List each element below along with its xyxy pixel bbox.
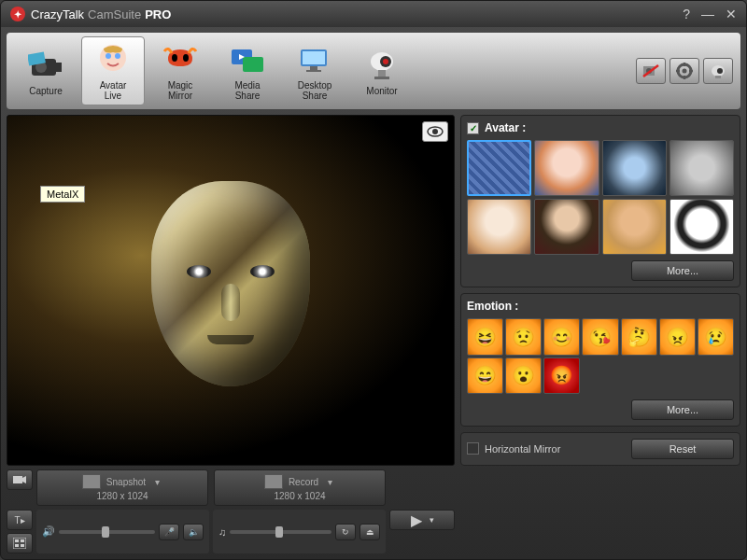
record-label: Record	[289, 477, 318, 487]
chevron-down-icon: ▾	[430, 515, 434, 525]
settings-button[interactable]	[669, 58, 699, 84]
emotion-option-5[interactable]: 😠	[659, 318, 696, 355]
eject-button[interactable]: ⏏	[359, 524, 380, 540]
svg-rect-19	[378, 70, 386, 77]
titlebar: ✦ CrazyTalk CamSuite PRO ? — ✕	[1, 1, 746, 27]
speaker-icon: 🔊	[42, 525, 55, 538]
svg-point-31	[717, 68, 723, 74]
toolbar-label: Monitor	[366, 86, 397, 96]
svg-point-18	[383, 59, 388, 64]
emotion-more-button[interactable]: More...	[631, 399, 734, 420]
snapshot-thumb-icon	[82, 474, 101, 489]
emotion-panel: Emotion : 😆😟😊😘🤔😠😢😄😮😡 More...	[460, 293, 740, 426]
music-slider-group: ♫ ↻ ⏏	[213, 510, 386, 553]
emotion-option-4[interactable]: 🤔	[621, 318, 657, 355]
mirror-panel: Horizontal Mirror Reset	[460, 432, 740, 466]
svg-rect-32	[715, 76, 721, 78]
toolbar-media-share[interactable]: Media Share	[216, 36, 279, 105]
emotion-option-6[interactable]: 😢	[698, 318, 734, 355]
avatar-option-4[interactable]	[467, 199, 531, 255]
emotion-option-0[interactable]: 😆	[467, 318, 503, 355]
svg-point-5	[106, 53, 111, 59]
svg-rect-14	[310, 66, 317, 70]
svg-point-34	[432, 129, 438, 134]
emotion-option-8[interactable]: 😮	[505, 357, 542, 394]
record-thumb-icon	[264, 474, 283, 489]
app-window: ✦ CrazyTalk CamSuite PRO ? — ✕ Capture A…	[0, 0, 747, 560]
loop-button[interactable]: ↻	[335, 524, 356, 540]
svg-marker-36	[22, 476, 26, 483]
close-button[interactable]: ✕	[726, 7, 737, 21]
snapshot-label: Snapshot	[106, 477, 146, 487]
camera-icon	[27, 47, 64, 84]
eye-toggle-button[interactable]	[422, 121, 448, 142]
camera-side-button[interactable]	[7, 469, 33, 490]
play-control[interactable]: ▶ ▾	[389, 510, 455, 530]
main-toolbar: Capture Avatar Live Magic Mirror Media S…	[7, 33, 740, 109]
webcam-button[interactable]	[703, 58, 733, 84]
gallery-side-button[interactable]	[7, 533, 33, 553]
avatar-icon	[94, 41, 132, 78]
toolbar-avatar-live[interactable]: Avatar Live	[81, 36, 145, 105]
main-content: MetalX Snapshot ▾ 1280 x 1024	[1, 109, 746, 559]
avatar-checkbox[interactable]: ✓	[467, 122, 479, 134]
minimize-button[interactable]: —	[701, 7, 714, 21]
avatar-grid	[467, 140, 734, 255]
play-icon: ▶	[411, 511, 422, 529]
mirror-checkbox[interactable]	[467, 442, 479, 455]
music-icon: ♫	[218, 526, 226, 538]
svg-rect-37	[13, 538, 26, 549]
avatar-option-7[interactable]	[669, 199, 734, 255]
toolbar-label: Media Share	[234, 80, 260, 101]
record-box[interactable]: Record ▾ 1280 x 1024	[214, 469, 386, 506]
avatar-tooltip: MetalX	[40, 186, 85, 203]
toolbar-label: Avatar Live	[100, 80, 127, 101]
snapshot-resolution: 1280 x 1024	[96, 491, 148, 501]
emotion-option-9[interactable]: 😡	[543, 357, 580, 394]
svg-rect-20	[374, 77, 389, 79]
svg-rect-39	[21, 539, 24, 542]
emotion-option-2[interactable]: 😊	[543, 318, 580, 355]
svg-rect-38	[15, 539, 19, 542]
monitor-icon	[363, 47, 401, 84]
svg-rect-13	[303, 51, 325, 64]
chevron-down-icon[interactable]: ▾	[151, 476, 162, 487]
avatar-option-2[interactable]	[602, 140, 667, 196]
avatar-option-0[interactable]	[467, 140, 531, 196]
mirror-label: Horizontal Mirror	[485, 443, 560, 455]
emotion-option-7[interactable]: 😄	[467, 357, 503, 394]
toolbar-capture[interactable]: Capture	[14, 36, 78, 105]
toolbar-label: Capture	[29, 86, 63, 96]
avatar-face	[137, 181, 324, 424]
eye-icon	[427, 126, 444, 137]
avatar-option-6[interactable]	[602, 199, 667, 255]
speaker-button[interactable]: 🔈	[183, 524, 204, 540]
reset-button[interactable]: Reset	[631, 439, 734, 459]
toolbar-label: Magic Mirror	[168, 80, 193, 101]
no-camera-button[interactable]	[636, 58, 666, 84]
svg-rect-15	[306, 70, 321, 72]
avatar-option-1[interactable]	[534, 140, 599, 196]
avatar-option-3[interactable]	[669, 140, 734, 196]
emotion-option-1[interactable]: 😟	[505, 318, 542, 355]
avatar-panel-title: Avatar :	[485, 121, 526, 134]
avatar-panel: ✓ Avatar : More...	[460, 115, 740, 287]
text-side-button[interactable]: T▸	[7, 510, 33, 530]
suite-text: CamSuite	[88, 7, 141, 21]
toolbar-magic-mirror[interactable]: Magic Mirror	[148, 36, 212, 105]
help-button[interactable]: ?	[683, 7, 690, 21]
toolbar-monitor[interactable]: Monitor	[350, 36, 414, 105]
volume-slider[interactable]	[59, 530, 155, 534]
emotion-option-3[interactable]: 😘	[582, 318, 618, 355]
toolbar-desktop-share[interactable]: Desktop Share	[283, 36, 346, 105]
preview-viewport: MetalX	[7, 115, 455, 466]
snapshot-box[interactable]: Snapshot ▾ 1280 x 1024	[36, 469, 208, 506]
record-resolution: 1280 x 1024	[274, 491, 325, 501]
emotion-panel-title: Emotion :	[467, 300, 518, 313]
chevron-down-icon[interactable]: ▾	[324, 476, 335, 487]
avatar-more-button[interactable]: More...	[631, 260, 734, 281]
mic-button[interactable]: 🎤	[159, 524, 179, 540]
music-slider[interactable]	[230, 530, 331, 534]
svg-rect-35	[13, 476, 22, 483]
avatar-option-5[interactable]	[534, 199, 599, 255]
